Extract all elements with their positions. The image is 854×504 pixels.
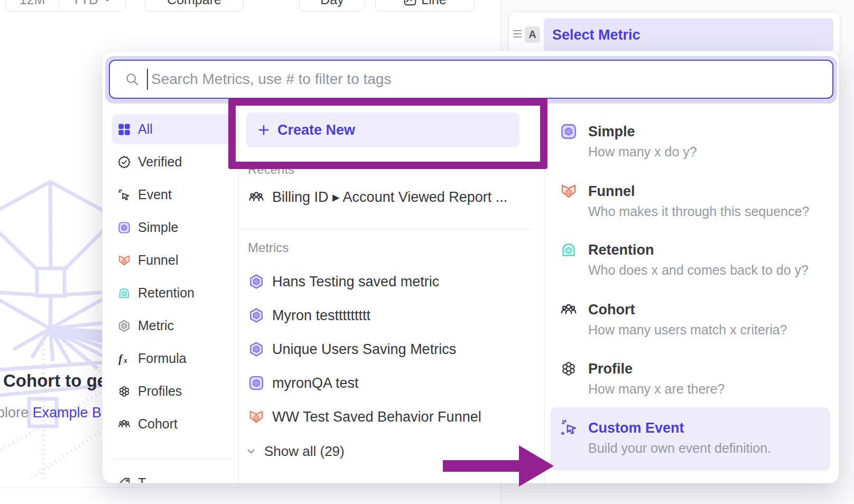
sidebar-item-cohort[interactable]: Cohort <box>112 409 234 439</box>
annotation-arrow <box>439 441 558 491</box>
metric-item-hans-testing[interactable]: Hans Testing saved metric <box>244 267 532 296</box>
profiles-icon <box>560 360 578 378</box>
recent-item-billing-id[interactable]: Billing ID ▸ Account Viewed Report ... <box>244 182 532 212</box>
type-name: Profile <box>588 360 725 378</box>
sidebar-label: Retention <box>138 285 194 301</box>
sidebar-item-retention[interactable]: Retention <box>112 278 234 308</box>
select-metric-field[interactable]: Select Metric <box>544 18 833 51</box>
recents-divider <box>241 229 532 229</box>
sidebar-item-event[interactable]: Event <box>112 180 234 210</box>
retention-icon <box>117 286 131 300</box>
sidebar-item-verified[interactable]: Verified <box>112 147 234 177</box>
hexagon-purple-icon <box>248 307 265 324</box>
event-cursor-icon <box>117 188 131 202</box>
type-name: Funnel <box>588 182 809 200</box>
profiles-icon <box>117 385 131 398</box>
metric-item-myronqa-test[interactable]: myronQA test <box>244 368 532 398</box>
type-simple[interactable]: Simple How many x do y? <box>560 123 829 160</box>
compare-label: Compare <box>167 0 221 7</box>
simple-icon <box>560 123 578 141</box>
type-desc: How many x do y? <box>588 144 697 160</box>
sidebar-item-metric[interactable]: Metric <box>112 311 234 341</box>
metric-item-myron-test[interactable]: Myron testtttttttt <box>244 301 532 330</box>
sidebar-item-profiles[interactable]: Profiles <box>112 376 234 406</box>
screen: r Cohort to ge plore Example B 12M YTD C… <box>0 0 854 504</box>
hexagon-purple-icon <box>248 273 265 290</box>
annotation-highlight-box <box>228 98 547 169</box>
metric-item-unique-users[interactable]: Unique Users Saving Metrics <box>244 334 532 364</box>
day-label: Day <box>320 0 344 7</box>
cohort-icon <box>117 417 131 431</box>
sidebar-section-divider <box>114 459 231 459</box>
range-12m-label: 12M <box>20 0 45 7</box>
recent-item-label: Billing ID ▸ Account Viewed Report ... <box>272 189 507 206</box>
type-desc: Who makes it through this sequence? <box>588 203 809 219</box>
custom-event-icon <box>560 419 578 437</box>
empty-state-title: r Cohort to ge <box>0 371 107 391</box>
metric-item-label: Unique Users Saving Metrics <box>272 341 456 358</box>
show-all-toggle[interactable]: Show all (29) <box>245 436 345 466</box>
type-name: Retention <box>588 241 809 259</box>
type-funnel[interactable]: Funnel Who makes it through this sequenc… <box>560 182 829 219</box>
sidebar-item-all[interactable]: All <box>112 114 234 144</box>
sidebar-item-simple[interactable]: Simple <box>112 212 234 242</box>
line-label: Line <box>421 0 446 7</box>
simple-icon <box>248 375 265 391</box>
sidebar-label: Funnel <box>138 253 178 268</box>
range-ytd-label: YTD <box>72 0 98 7</box>
type-name: Cohort <box>588 301 787 319</box>
sidebar-item-tags[interactable]: T <box>112 468 234 483</box>
search-icon <box>125 72 140 87</box>
formula-icon <box>117 352 131 366</box>
metric-item-label: myronQA test <box>272 375 359 391</box>
sidebar-item-formula[interactable]: Formula <box>112 343 234 374</box>
type-profile[interactable]: Profile How many x are there? <box>560 360 829 397</box>
hexagon-purple-icon <box>248 341 265 358</box>
metric-hexagon-icon <box>117 319 131 333</box>
sidebar-label: Formula <box>138 351 187 366</box>
sidebar-label: T <box>138 475 146 483</box>
type-desc: Build your own event definition. <box>588 440 771 456</box>
chevron-down-icon <box>102 0 113 5</box>
range-12m-button[interactable]: 12M <box>6 0 59 11</box>
cohort-icon <box>560 301 578 319</box>
search-input[interactable] <box>151 71 832 88</box>
metric-item-label: Hans Testing saved metric <box>272 274 439 290</box>
type-custom-event[interactable]: Custom Event Build your own event defini… <box>560 419 829 456</box>
example-boards-link[interactable]: Example B <box>33 405 102 421</box>
sidebar-label: Verified <box>138 154 182 170</box>
metric-position-badge: A <box>525 26 540 43</box>
type-name: Simple <box>588 123 697 141</box>
sidebar-label: Simple <box>138 220 178 235</box>
day-granularity-button[interactable]: Day <box>299 0 365 12</box>
sidebar-label: Profiles <box>138 384 182 399</box>
chevron-down-icon <box>245 445 257 457</box>
type-retention[interactable]: Retention Who does x and comes back to d… <box>560 241 829 278</box>
sidebar-label: All <box>138 122 153 137</box>
metric-item-label: Myron testtttttttt <box>272 307 370 324</box>
retention-icon <box>560 241 578 259</box>
type-cohort[interactable]: Cohort How many users match x criteria? <box>560 301 829 338</box>
type-desc: How many x are there? <box>588 381 725 397</box>
show-all-label: Show all (29) <box>264 443 345 460</box>
type-name: Custom Event <box>588 419 771 437</box>
tag-icon <box>117 477 131 484</box>
sidebar-label: Metric <box>138 318 174 333</box>
drag-handle-icon[interactable] <box>513 30 522 38</box>
range-ytd-button[interactable]: YTD <box>59 0 125 11</box>
metric-item-label: WW Test Saved Behavior Funnel <box>272 409 481 425</box>
search-box <box>109 60 833 99</box>
empty-state-subtitle-text: plore <box>0 405 29 421</box>
sidebar-item-funnel[interactable]: Funnel <box>112 245 234 275</box>
line-chart-type-button[interactable]: Line <box>375 0 475 12</box>
line-chart-icon <box>403 0 417 6</box>
funnel-icon <box>117 254 131 267</box>
type-desc: How many users match x criteria? <box>588 322 787 338</box>
metric-item-ww-test-funnel[interactable]: WW Test Saved Behavior Funnel <box>244 402 532 432</box>
verified-icon <box>117 155 131 169</box>
compare-button[interactable]: Compare <box>145 0 244 12</box>
sidebar-label: Cohort <box>138 416 178 432</box>
date-range-segmented-control: 12M YTD <box>5 0 126 12</box>
background-divider-line <box>0 487 500 488</box>
funnel-icon <box>248 408 265 425</box>
